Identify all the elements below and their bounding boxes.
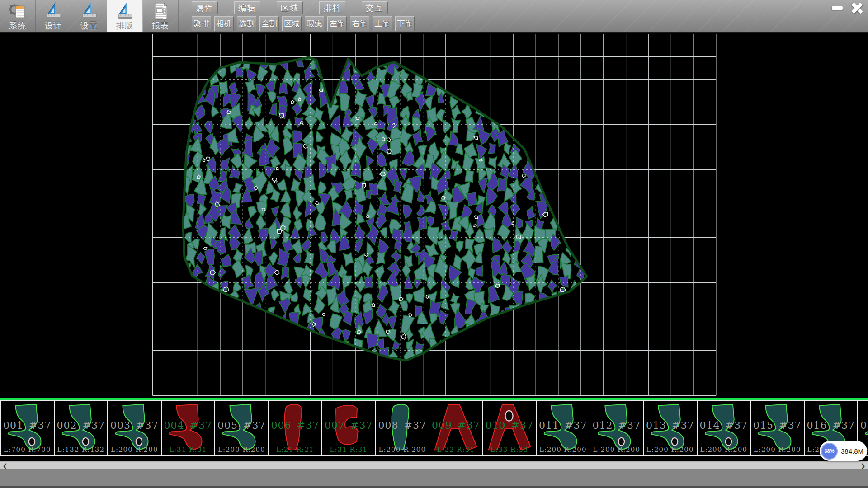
piece-label: 016_#37 xyxy=(805,420,858,431)
nesting-app-window: { "window": { "controls": [ {"icon": "mi… xyxy=(0,0,868,488)
piece-label: 008_#37 xyxy=(376,420,429,431)
scroll-right-arrow-icon[interactable]: ❯ xyxy=(861,462,865,470)
design-ruler-icon xyxy=(44,2,63,21)
piece-lr-count: L:200 R:200 xyxy=(108,446,161,454)
piece-label: 013_#37 xyxy=(644,420,697,431)
piece-label: 009_#37 xyxy=(429,420,482,431)
piece-thumbnail-list: 001_#37L:700 R:700002_#37L:132 R:132003_… xyxy=(0,400,868,456)
piece-thumbnail-1[interactable]: 001_#37L:700 R:700 xyxy=(1,401,55,455)
tool-button-8[interactable]: 上靠 xyxy=(373,16,392,31)
piece-label: 002_#37 xyxy=(55,420,108,431)
piece-lr-count: L:200 R:200 xyxy=(644,446,697,454)
tool-button-3[interactable]: 全割 xyxy=(259,16,279,31)
status-bar xyxy=(0,469,868,488)
piece-lr-count: L:200 R:200 xyxy=(537,446,590,454)
piece-lr-count: L:200 R:200 xyxy=(376,446,429,454)
piece-thumbnail-9[interactable]: 009_#37L:32 R:31 xyxy=(429,401,483,455)
nesting-canvas[interactable] xyxy=(0,33,868,398)
horizontal-scrollbar[interactable]: ❮ ❯ xyxy=(0,461,868,469)
piece-lr-count: L:21 R:21 xyxy=(269,446,322,454)
piece-lr-count: L:33 R:33 xyxy=(483,446,536,454)
settings-ruler-icon xyxy=(80,2,99,21)
app-button-nesting[interactable]: 排版 xyxy=(107,0,143,32)
piece-label: 007_#37 xyxy=(322,420,375,431)
piece-label: 006_#37 xyxy=(269,420,322,431)
close-button[interactable] xyxy=(849,2,865,14)
tool-button-2[interactable]: 选割 xyxy=(237,16,256,31)
app-nav: 系统 设计 设置 排版 报表 xyxy=(0,0,179,32)
piece-lr-count: L:31 R:31 xyxy=(162,446,215,454)
app-button-label: 设置 xyxy=(80,21,98,30)
app-button-system[interactable]: 系统 xyxy=(0,0,36,32)
piece-label: 003_#37 xyxy=(108,420,161,431)
minimize-icon xyxy=(832,6,843,10)
piece-thumbnail-8[interactable]: 008_#37L:200 R:200 xyxy=(376,401,430,455)
tool-button-5[interactable]: 瑕疵 xyxy=(305,16,324,31)
piece-label: 005_#37 xyxy=(215,420,268,431)
piece-thumbnail-3[interactable]: 003_#37L:200 R:200 xyxy=(108,401,162,455)
piece-lr-count: L:200 R:200 xyxy=(751,446,804,454)
piece-thumbnail-13[interactable]: 013_#37L:200 R:200 xyxy=(644,401,698,455)
piece-lr-count: L:200 R:200 xyxy=(590,446,643,454)
piece-thumbnail-6[interactable]: 006_#37L:21 R:21 xyxy=(269,401,323,455)
menu-tab-2[interactable]: 区域 xyxy=(277,1,303,14)
piece-thumbnail-12[interactable]: 012_#37L:200 R:200 xyxy=(590,401,644,455)
tool-button-9[interactable]: 下靠 xyxy=(395,16,415,31)
menu-tab-0[interactable]: 属性 xyxy=(192,1,218,14)
piece-lr-count: L:32 R:31 xyxy=(429,446,482,454)
piece-thumbnail-15[interactable]: 015_#37L:200 R:200 xyxy=(751,401,805,455)
memory-status-pill[interactable]: 38% 384.8M xyxy=(820,441,867,461)
piece-lr-count: L:132 R:132 xyxy=(55,446,108,454)
piece-label: 001_#37 xyxy=(1,420,54,431)
app-button-report[interactable]: 报表 xyxy=(143,0,179,32)
piece-lr-count: L:700 R:700 xyxy=(1,446,54,454)
minimize-button[interactable] xyxy=(829,2,845,14)
menu-tab-4[interactable]: 交互 xyxy=(362,1,388,14)
piece-thumbnail-10[interactable]: 010_#37L:33 R:33 xyxy=(483,401,537,455)
piece-thumbnail-11[interactable]: 011_#37L:200 R:200 xyxy=(537,401,590,455)
piece-thumbnail-4[interactable]: 004_#37L:31 R:31 xyxy=(162,401,216,455)
app-button-design[interactable]: 设计 xyxy=(36,0,71,32)
nesting-ruler-icon xyxy=(115,2,134,21)
piece-thumbnail-7[interactable]: 007_#37L:31 R:31 xyxy=(322,401,376,455)
window-controls xyxy=(829,2,865,14)
piece-lr-count: L:200 R:200 xyxy=(698,446,750,454)
menu-tab-3[interactable]: 排料 xyxy=(319,1,345,14)
piece-label: 014_#37 xyxy=(698,420,750,431)
piece-thumbnail-5[interactable]: 005_#37L:200 R:200 xyxy=(215,401,269,455)
piece-thumbnail-14[interactable]: 014_#37L:200 R:200 xyxy=(698,401,751,455)
progress-circle: 38% xyxy=(821,443,838,460)
app-button-label: 排版 xyxy=(116,21,133,30)
piece-lr-count: L:31 R:31 xyxy=(322,446,375,454)
piece-label: 012_#37 xyxy=(590,420,643,431)
piece-label: 015_#37 xyxy=(751,420,804,431)
app-button-settings[interactable]: 设置 xyxy=(71,0,107,32)
scroll-left-arrow-icon[interactable]: ❮ xyxy=(3,462,7,470)
app-button-label: 报表 xyxy=(152,21,169,30)
system-gear-icon xyxy=(8,2,27,21)
piece-label: 017_#37 xyxy=(858,420,868,431)
piece-thumbnail-strip: 001_#37L:700 R:700002_#37L:132 R:132003_… xyxy=(0,398,868,461)
piece-lr-count: L:200 R:200 xyxy=(215,446,268,454)
canvas-svg xyxy=(0,33,868,398)
tool-button-0[interactable]: 聚排 xyxy=(192,16,211,31)
memory-value: 384.8M xyxy=(841,447,863,455)
tool-button-7[interactable]: 右靠 xyxy=(350,16,369,31)
piece-thumbnail-2[interactable]: 002_#37L:132 R:132 xyxy=(55,401,108,455)
piece-label: 011_#37 xyxy=(537,420,590,431)
header-bar: 系统 设计 设置 排版 报表 属性编辑区域排料交互 聚排相机选割全割区域瑕疵左靠… xyxy=(0,0,868,33)
report-doc-icon xyxy=(151,2,170,21)
piece-label: 004_#37 xyxy=(162,420,215,431)
close-icon xyxy=(851,2,863,14)
piece-label: 010_#37 xyxy=(483,420,536,431)
tool-button-6[interactable]: 左靠 xyxy=(327,16,347,31)
app-button-label: 设计 xyxy=(45,21,62,30)
app-button-label: 系统 xyxy=(9,21,26,30)
tool-bar: 聚排相机选割全割区域瑕疵左靠右靠上靠下靠 xyxy=(192,16,415,31)
tool-button-1[interactable]: 相机 xyxy=(214,16,234,31)
menu-tab-1[interactable]: 编辑 xyxy=(234,1,260,14)
menu-bar: 属性编辑区域排料交互 xyxy=(192,1,388,14)
tool-button-4[interactable]: 区域 xyxy=(282,16,302,31)
